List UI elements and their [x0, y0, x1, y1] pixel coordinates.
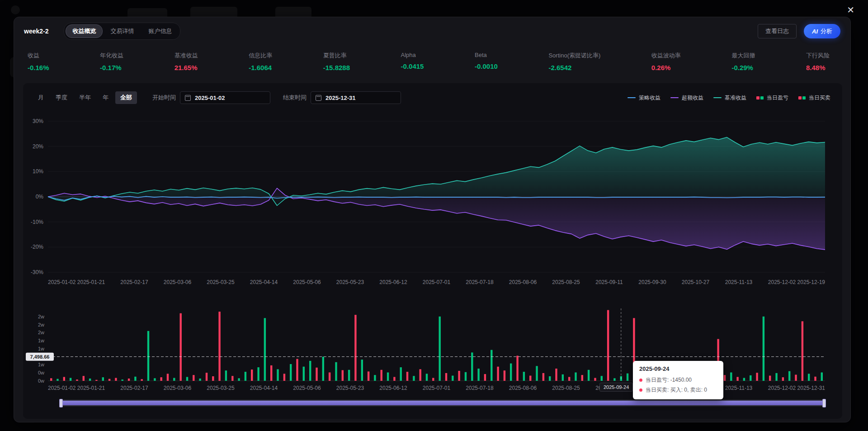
legend-squares-marker: [798, 96, 806, 99]
metric-value: -0.0010: [475, 62, 498, 70]
tooltip-marker-dot: [639, 388, 642, 392]
end-date-value: 2025-12-31: [326, 95, 356, 101]
svg-text:2025-03-25: 2025-03-25: [207, 385, 235, 391]
svg-text:2025-03-06: 2025-03-06: [164, 279, 192, 285]
svg-text:2025-08-06: 2025-08-06: [509, 279, 537, 285]
tooltip-pnl-row: 当日盈亏: -1450.00: [646, 375, 692, 385]
tooltip-trade-row: 当日买卖: 买入: 0, 卖出: 0: [646, 385, 707, 395]
svg-text:1w: 1w: [38, 338, 44, 343]
datazoom-left-handle[interactable]: [59, 399, 63, 407]
svg-text:2025-11-13: 2025-11-13: [725, 279, 753, 285]
ai-analyze-button[interactable]: AI 分析: [804, 24, 840, 38]
legend-item[interactable]: 超额收益: [670, 94, 703, 102]
start-date-value: 2025-01-02: [195, 95, 225, 101]
returns-line-chart[interactable]: 30%20%10%0%-10%-20%-30%2025-01-022025-01…: [23, 112, 842, 291]
metric-item: 最大回撤-0.29%: [731, 52, 755, 71]
metric-value: -0.16%: [28, 64, 49, 71]
svg-text:2025-09-30: 2025-09-30: [638, 279, 666, 285]
svg-text:2025-06-12: 2025-06-12: [379, 279, 407, 285]
range-button-3[interactable]: 年: [98, 91, 113, 104]
metric-label: 年化收益: [100, 52, 123, 60]
datazoom-right-handle[interactable]: [822, 399, 826, 407]
metric-label: 夏普比率: [323, 52, 350, 60]
metric-label: Alpha: [401, 52, 424, 58]
svg-text:2025-10-27: 2025-10-27: [682, 279, 710, 285]
svg-text:0w: 0w: [38, 378, 44, 384]
metrics-row: 收益-0.16%年化收益-0.17%基准收益21.65%信息比率-1.6064夏…: [28, 52, 830, 71]
svg-text:2025-02-17: 2025-02-17: [120, 385, 148, 391]
svg-text:7,498.66: 7,498.66: [30, 354, 50, 360]
metric-value: -15.8288: [323, 64, 350, 71]
tab-1[interactable]: 交易详情: [104, 24, 141, 38]
metric-item: 收益-0.16%: [28, 52, 49, 71]
start-date-input[interactable]: 2025-01-02: [180, 91, 270, 104]
svg-text:2025-08-06: 2025-08-06: [509, 385, 537, 391]
calendar-icon: [316, 95, 321, 101]
svg-text:2025-08-25: 2025-08-25: [552, 385, 580, 391]
legend-item[interactable]: 基准收益: [713, 94, 746, 102]
svg-text:2025-03-06: 2025-03-06: [164, 385, 192, 391]
svg-text:2025-01-21: 2025-01-21: [77, 279, 105, 285]
report-tabs: 收益概览交易详情账户信息: [64, 23, 180, 40]
svg-text:0%: 0%: [36, 194, 44, 200]
range-button-4[interactable]: 全部: [115, 91, 137, 104]
datazoom-slider[interactable]: [60, 400, 825, 406]
view-log-button[interactable]: 查看日志: [758, 24, 797, 38]
datazoom-selected-range[interactable]: [61, 401, 824, 405]
svg-text:10%: 10%: [33, 168, 43, 175]
svg-text:0w: 0w: [38, 370, 44, 375]
svg-text:2025-05-06: 2025-05-06: [293, 385, 321, 391]
legend-line-marker: [627, 97, 636, 99]
svg-text:2025-07-01: 2025-07-01: [423, 385, 451, 391]
svg-text:2025-04-14: 2025-04-14: [250, 279, 278, 285]
metric-item: 夏普比率-15.8288: [323, 52, 350, 71]
svg-text:1w: 1w: [38, 362, 44, 367]
metric-item: 收益波动率0.26%: [651, 52, 681, 71]
range-button-2[interactable]: 半年: [74, 91, 96, 104]
modal-header: week2-2 收益概览交易详情账户信息 查看日志 AI 分析: [14, 17, 850, 40]
chart-controls: 月季度半年年全部 开始时间 2025-01-02 结束时间 2025-12-31…: [23, 83, 842, 104]
range-button-1[interactable]: 季度: [51, 91, 72, 104]
metric-value: -0.0415: [401, 62, 424, 70]
svg-text:2025-06-12: 2025-06-12: [379, 385, 407, 391]
svg-text:2025-11-13: 2025-11-13: [725, 385, 753, 391]
svg-text:2025-03-25: 2025-03-25: [207, 279, 235, 285]
svg-text:2025-01-02: 2025-01-02: [48, 385, 76, 391]
legend-item[interactable]: 当日盈亏: [756, 94, 788, 102]
legend-line-marker: [713, 97, 722, 99]
close-icon[interactable]: ✕: [847, 5, 854, 14]
svg-text:2025-12-19: 2025-12-19: [797, 279, 826, 285]
legend-label: 策略收益: [639, 94, 660, 102]
metric-label: 下行风险: [806, 52, 830, 60]
svg-text:2025-12-31: 2025-12-31: [797, 385, 826, 391]
legend-label: 超额收益: [682, 94, 703, 102]
background-logo-dot: [11, 5, 20, 14]
window-title: week2-2: [24, 28, 48, 35]
chart-legend: 策略收益超额收益基准收益当日盈亏当日买卖: [627, 94, 833, 102]
metric-label: 基准收益: [175, 52, 198, 60]
tab-0[interactable]: 收益概览: [66, 24, 103, 38]
svg-text:1w: 1w: [38, 346, 44, 351]
svg-text:2025-07-18: 2025-07-18: [466, 279, 494, 285]
metric-value: -1.6064: [249, 64, 272, 71]
metric-value: -0.29%: [731, 64, 755, 71]
metric-label: Beta: [475, 52, 498, 58]
svg-text:2025-01-21: 2025-01-21: [77, 385, 105, 391]
backtest-report-modal: week2-2 收益概览交易详情账户信息 查看日志 AI 分析 收益-0.16%…: [14, 17, 851, 422]
metric-item: Beta-0.0010: [475, 52, 498, 71]
svg-text:2025-01-02: 2025-01-02: [48, 279, 76, 285]
svg-text:30%: 30%: [33, 118, 43, 124]
svg-text:-20%: -20%: [31, 244, 43, 250]
end-date-input[interactable]: 2025-12-31: [311, 91, 401, 104]
svg-text:2025-05-06: 2025-05-06: [293, 279, 321, 285]
end-date-label: 结束时间: [283, 94, 307, 102]
legend-item[interactable]: 当日买卖: [798, 94, 830, 102]
time-range-buttons: 月季度半年年全部: [33, 91, 137, 104]
metric-value: 0.26%: [651, 64, 681, 71]
legend-item[interactable]: 策略收益: [627, 94, 660, 102]
metric-label: 最大回撤: [731, 52, 755, 60]
svg-text:2025-09-11: 2025-09-11: [595, 279, 623, 285]
legend-label: 当日盈亏: [767, 94, 788, 102]
tab-2[interactable]: 账户信息: [142, 24, 179, 38]
range-button-0[interactable]: 月: [33, 91, 49, 104]
